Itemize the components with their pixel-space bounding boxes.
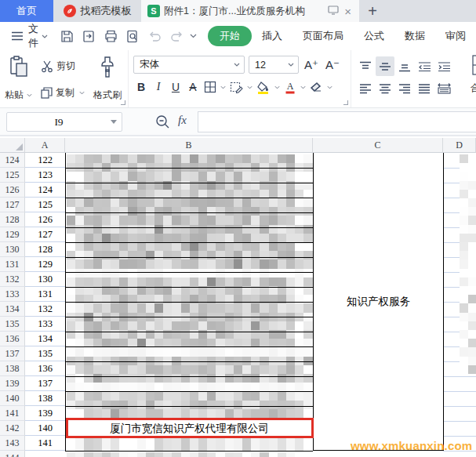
row-header-141[interactable]: 141 bbox=[0, 406, 25, 421]
cell-a131[interactable]: 129 bbox=[25, 257, 65, 272]
row-header-138[interactable]: 138 bbox=[0, 361, 25, 376]
align-middle-icon[interactable] bbox=[376, 56, 394, 76]
row-header-126[interactable]: 126 bbox=[0, 183, 25, 198]
column-header-A[interactable]: A bbox=[25, 138, 65, 153]
name-box[interactable]: I9 bbox=[6, 112, 122, 132]
draw-border-button[interactable] bbox=[228, 78, 245, 96]
align-bottom-icon[interactable] bbox=[395, 56, 414, 76]
ribbon-tab-公式[interactable]: 公式 bbox=[354, 26, 394, 46]
row-header-128[interactable]: 128 bbox=[0, 212, 25, 227]
align-center-icon[interactable] bbox=[376, 78, 394, 98]
print-preview-icon[interactable] bbox=[123, 27, 142, 45]
insert-function-icon[interactable]: fx bbox=[178, 114, 187, 127]
cell-a130[interactable]: 128 bbox=[25, 242, 65, 257]
zoom-out-icon[interactable] bbox=[155, 114, 170, 129]
ribbon-tab-审阅[interactable]: 审阅 bbox=[435, 26, 476, 46]
new-tab-button[interactable]: + bbox=[359, 0, 386, 22]
eraser-button[interactable] bbox=[308, 78, 325, 96]
close-tab-icon[interactable]: × bbox=[343, 5, 353, 18]
cell-a128[interactable]: 126 bbox=[25, 212, 65, 227]
cell-a133[interactable]: 131 bbox=[25, 287, 65, 302]
clipboard-dialog-launcher-icon[interactable] bbox=[121, 100, 125, 105]
align-right-icon[interactable] bbox=[395, 78, 414, 98]
tab-document[interactable]: S 附件1：厦门市...业优质服务机构 × bbox=[141, 0, 359, 22]
row-header-130[interactable]: 130 bbox=[0, 242, 25, 257]
row-header-137[interactable]: 137 bbox=[0, 346, 25, 361]
eraser-chevron-icon[interactable] bbox=[327, 85, 333, 89]
paste-button[interactable]: 粘贴 bbox=[5, 53, 33, 106]
row-header-132[interactable]: 132 bbox=[0, 272, 25, 287]
cell-a124[interactable]: 122 bbox=[25, 153, 65, 168]
row-header-124[interactable]: 124 bbox=[0, 153, 25, 168]
column-header-B[interactable]: B bbox=[65, 138, 313, 153]
borders-button[interactable] bbox=[202, 78, 218, 96]
row-header-143[interactable]: 143 bbox=[0, 436, 25, 451]
cell-a132[interactable]: 130 bbox=[25, 272, 65, 287]
cell-a125[interactable]: 123 bbox=[25, 168, 65, 183]
font-family-select[interactable]: 宋体 bbox=[133, 56, 245, 74]
align-left-icon[interactable] bbox=[356, 78, 375, 98]
cut-button[interactable]: 剪切 bbox=[39, 57, 87, 75]
cell-a135[interactable]: 133 bbox=[25, 317, 65, 332]
fill-color-button[interactable] bbox=[255, 78, 272, 96]
row-header-142[interactable]: 142 bbox=[0, 421, 25, 436]
distributed-icon[interactable] bbox=[434, 78, 453, 98]
column-header-C[interactable]: C bbox=[313, 138, 443, 153]
underline-button[interactable]: U bbox=[168, 78, 183, 96]
print-icon[interactable] bbox=[101, 27, 120, 45]
redo-icon[interactable] bbox=[167, 27, 186, 45]
paste-chevron-icon[interactable] bbox=[25, 92, 33, 100]
font-dialog-launcher-icon[interactable] bbox=[343, 100, 348, 105]
cell-a126[interactable]: 124 bbox=[25, 183, 65, 198]
draw-border-chevron-icon[interactable] bbox=[247, 85, 253, 89]
row-header-129[interactable]: 129 bbox=[0, 227, 25, 242]
cell-a138[interactable]: 136 bbox=[25, 361, 65, 376]
decrease-indent-icon[interactable] bbox=[415, 56, 434, 76]
cell-c-merged[interactable]: 知识产权服务 bbox=[314, 153, 443, 451]
decrease-font-button[interactable]: A⁻ bbox=[324, 56, 341, 74]
share-screen-icon[interactable] bbox=[328, 5, 339, 17]
row-header-125[interactable]: 125 bbox=[0, 168, 25, 183]
toolbar-more-chevron-icon[interactable] bbox=[189, 32, 197, 40]
column-header-D[interactable]: D bbox=[443, 138, 476, 153]
justify-icon[interactable] bbox=[415, 78, 434, 98]
increase-indent-icon[interactable] bbox=[434, 56, 453, 76]
export-icon[interactable] bbox=[79, 27, 98, 45]
row-header-144[interactable]: 144 bbox=[0, 451, 25, 457]
format-painter-button[interactable]: 格式刷 bbox=[93, 53, 122, 106]
ribbon-tab-插入[interactable]: 插入 bbox=[252, 26, 293, 46]
row-header-136[interactable]: 136 bbox=[0, 332, 25, 346]
font-color-button[interactable]: A bbox=[282, 78, 298, 96]
ribbon-tab-开始[interactable]: 开始 bbox=[208, 26, 252, 46]
copy-chevron-icon[interactable] bbox=[78, 89, 85, 96]
align-top-icon[interactable] bbox=[356, 56, 375, 76]
row-header-127[interactable]: 127 bbox=[0, 198, 25, 212]
cell-a140[interactable]: 138 bbox=[25, 391, 65, 406]
hamburger-menu-icon[interactable] bbox=[11, 27, 24, 45]
select-all-corner[interactable] bbox=[0, 138, 25, 153]
increase-font-button[interactable]: A⁺ bbox=[303, 56, 320, 74]
cell-a142[interactable]: 140 bbox=[25, 421, 65, 436]
font-size-select[interactable]: 12 bbox=[249, 56, 299, 74]
save-icon[interactable] bbox=[57, 27, 76, 45]
cell-a141[interactable]: 139 bbox=[25, 406, 65, 421]
ribbon-tab-页面布局[interactable]: 页面布局 bbox=[293, 26, 354, 46]
italic-button[interactable]: I bbox=[151, 78, 166, 96]
cell-a134[interactable]: 132 bbox=[25, 302, 65, 317]
cell-a137[interactable]: 135 bbox=[25, 346, 65, 361]
cell-a129[interactable]: 127 bbox=[25, 227, 65, 242]
row-header-140[interactable]: 140 bbox=[0, 391, 25, 406]
file-menu-chevron-icon[interactable] bbox=[42, 32, 48, 40]
spreadsheet-grid[interactable]: 知识产权服务 厦门市宽信知识产权代理有限公司 www.xmkuanxin.com… bbox=[0, 138, 476, 457]
file-menu[interactable]: 文件 bbox=[28, 22, 40, 50]
row-header-133[interactable]: 133 bbox=[0, 287, 25, 302]
row-header-131[interactable]: 131 bbox=[0, 257, 25, 272]
fill-color-chevron-icon[interactable] bbox=[274, 85, 281, 89]
strikethrough-button[interactable]: A bbox=[185, 78, 201, 96]
undo-icon[interactable] bbox=[145, 27, 164, 45]
row-header-139[interactable]: 139 bbox=[0, 376, 25, 391]
cell-a143[interactable]: 141 bbox=[25, 436, 65, 451]
bold-button[interactable]: B bbox=[133, 78, 149, 96]
row-header-135[interactable]: 135 bbox=[0, 317, 25, 332]
cell-a127[interactable]: 125 bbox=[25, 198, 65, 212]
